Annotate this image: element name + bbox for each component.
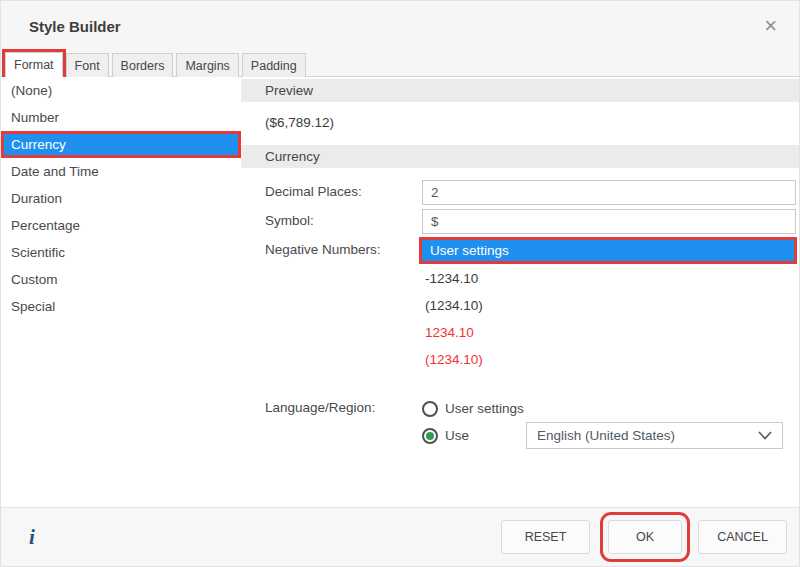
negative-numbers-label: Negative Numbers: <box>265 238 422 373</box>
negative-option-red-parens[interactable]: (1234.10) <box>422 346 794 373</box>
negative-option-minus[interactable]: -1234.10 <box>422 265 794 292</box>
sidebar-item-special[interactable]: Special <box>1 293 241 320</box>
format-category-list: (None) Number Currency Date and Time Dur… <box>1 77 241 507</box>
language-dropdown[interactable]: English (United States) <box>526 422 783 449</box>
tab-borders[interactable]: Borders <box>112 53 174 77</box>
sidebar-item-duration[interactable]: Duration <box>1 185 241 212</box>
radio-user-settings[interactable] <box>422 401 438 417</box>
sidebar-item-scientific[interactable]: Scientific <box>1 239 241 266</box>
chevron-down-icon <box>758 431 772 440</box>
reset-button[interactable]: RESET <box>501 520 590 554</box>
tab-strip: Format Font Borders Margins Padding <box>1 51 799 77</box>
language-region-controls: User settings Use English (United States… <box>422 396 794 448</box>
radio-row-user-settings: User settings <box>422 396 794 421</box>
tab-font[interactable]: Font <box>66 53 109 77</box>
sidebar-item-custom[interactable]: Custom <box>1 266 241 293</box>
currency-section-header: Currency <box>241 145 799 168</box>
style-builder-dialog: Style Builder × Format Font Borders Marg… <box>0 0 800 567</box>
negative-option-user-settings[interactable]: User settings <box>422 240 794 261</box>
dialog-body: (None) Number Currency Date and Time Dur… <box>1 77 799 507</box>
preview-value: ($6,789.12) <box>241 102 799 145</box>
info-icon[interactable]: i <box>29 525 35 550</box>
symbol-row: Symbol: <box>265 209 794 234</box>
dialog-header: Style Builder × <box>1 1 799 51</box>
sidebar-item-percentage[interactable]: Percentage <box>1 212 241 239</box>
cancel-button[interactable]: CANCEL <box>698 520 787 554</box>
tab-padding[interactable]: Padding <box>242 53 306 77</box>
preview-section-header: Preview <box>241 79 799 102</box>
ok-button[interactable]: OK <box>608 520 682 554</box>
sidebar-item-none[interactable]: (None) <box>1 77 241 104</box>
format-detail-panel: Preview ($6,789.12) Currency Decimal Pla… <box>241 77 799 507</box>
sidebar-item-number[interactable]: Number <box>1 104 241 131</box>
dialog-footer: i RESET OK CANCEL <box>1 507 799 566</box>
decimal-places-input[interactable] <box>422 180 796 205</box>
language-dropdown-value: English (United States) <box>537 428 675 443</box>
language-region-label: Language/Region: <box>265 396 422 448</box>
radio-user-settings-label: User settings <box>445 401 524 416</box>
negative-numbers-list: User settings -1234.10 (1234.10) 1234.10… <box>422 238 794 373</box>
sidebar-item-currency[interactable]: Currency <box>4 134 238 155</box>
negative-numbers-row: Negative Numbers: User settings -1234.10… <box>265 238 794 373</box>
tab-margins[interactable]: Margins <box>176 53 238 77</box>
negative-option-parens[interactable]: (1234.10) <box>422 292 794 319</box>
footer-buttons: RESET OK CANCEL <box>501 520 787 554</box>
dialog-title: Style Builder <box>29 18 121 35</box>
radio-row-use: Use English (United States) <box>422 423 794 448</box>
sidebar-item-date-and-time[interactable]: Date and Time <box>1 158 241 185</box>
negative-option-red[interactable]: 1234.10 <box>422 319 794 346</box>
radio-use[interactable] <box>422 428 438 444</box>
language-region-row: Language/Region: User settings Use Engli… <box>265 396 794 448</box>
tab-format[interactable]: Format <box>5 52 63 77</box>
symbol-label: Symbol: <box>265 209 422 234</box>
radio-use-label: Use <box>445 428 469 443</box>
symbol-input[interactable] <box>422 209 796 234</box>
currency-form: Decimal Places: Symbol: Negative Numbers… <box>241 168 799 448</box>
decimal-places-label: Decimal Places: <box>265 180 422 205</box>
decimal-places-row: Decimal Places: <box>265 180 794 205</box>
close-icon[interactable]: × <box>764 15 777 37</box>
